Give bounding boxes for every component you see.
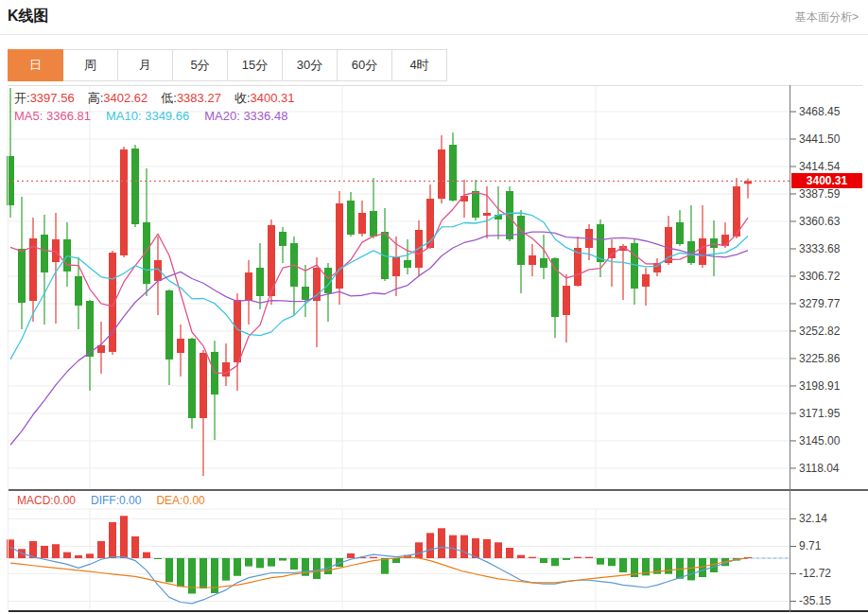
diff-value: 0.00 [119, 494, 141, 507]
tab-15min[interactable]: 15分 [227, 49, 283, 81]
current-price-tag: 3400.31 [791, 173, 862, 188]
macd-axis-tick: 32.14 [799, 512, 865, 525]
ma-readout: MA5: 3366.81MA10: 3349.66MA20: 3336.48 [14, 109, 287, 123]
price-axis-tick: 3145.00 [799, 434, 865, 447]
close-value: 3400.31 [251, 91, 295, 105]
macd-axis-tick: 9.71 [799, 539, 865, 553]
price-axis-tick: 3306.72 [799, 270, 865, 283]
kline-chart-canvas[interactable] [0, 85, 868, 614]
tab-week[interactable]: 周 [62, 49, 118, 81]
price-axis-tick: 3279.77 [799, 297, 865, 310]
open-label: 开: [14, 91, 30, 105]
price-axis-tick: 3118.04 [799, 462, 865, 475]
ma10-label: MA10: [106, 109, 142, 123]
price-axis-tick: 3252.82 [799, 325, 865, 338]
high-value: 3402.62 [103, 91, 148, 105]
close-label: 收: [234, 91, 251, 105]
tab-30min[interactable]: 30分 [282, 49, 338, 81]
fundamental-analysis-link[interactable]: 基本面分析> [795, 9, 859, 26]
diff-label: DIFF: [91, 494, 119, 507]
low-label: 低: [161, 91, 177, 105]
tab-4hour[interactable]: 4时 [391, 49, 447, 81]
dea-label: DEA: [156, 494, 182, 507]
tab-60min[interactable]: 60分 [337, 49, 392, 81]
price-axis-tick: 3414.54 [799, 160, 865, 173]
ma20-label: MA20: [204, 109, 240, 123]
open-value: 3397.56 [30, 91, 75, 105]
tab-month[interactable]: 月 [117, 49, 173, 81]
price-axis-tick: 3387.59 [799, 187, 865, 201]
macd-axis-tick: -35.15 [799, 594, 865, 607]
ma5-label: MA5: [14, 109, 43, 123]
page-title: K线图 [8, 7, 49, 26]
price-axis-tick: 3225.86 [799, 352, 865, 365]
price-axis-tick: 3441.50 [799, 132, 865, 146]
price-axis-tick: 3360.63 [799, 215, 865, 228]
ma20-value: 3336.48 [243, 109, 287, 123]
price-axis-tick: 3171.95 [799, 407, 865, 420]
ohlc-readout: 开:3397.56高:3402.62低:3383.27收:3400.31 [14, 90, 308, 107]
price-axis-tick: 3333.68 [799, 242, 865, 255]
low-value: 3383.27 [177, 91, 221, 105]
title-divider [0, 34, 868, 35]
ma10-value: 3349.66 [145, 109, 189, 123]
price-axis-tick: 3468.45 [799, 105, 865, 118]
macd-axis-tick: -12.72 [799, 567, 865, 580]
price-axis-tick: 3198.91 [799, 379, 865, 393]
macd-value: 0.00 [54, 494, 76, 507]
dea-value: 0.00 [182, 494, 204, 507]
high-label: 高: [88, 91, 104, 105]
ma5-value: 3366.81 [46, 109, 91, 123]
period-tab-bar: 日周月5分15分30分60分4时 [8, 49, 447, 81]
macd-label: MACD: [17, 494, 54, 507]
tab-5min[interactable]: 5分 [172, 49, 228, 81]
tab-day[interactable]: 日 [8, 49, 63, 81]
macd-readout: MACD:0.00DIFF:0.00DEA:0.00 [17, 494, 205, 507]
